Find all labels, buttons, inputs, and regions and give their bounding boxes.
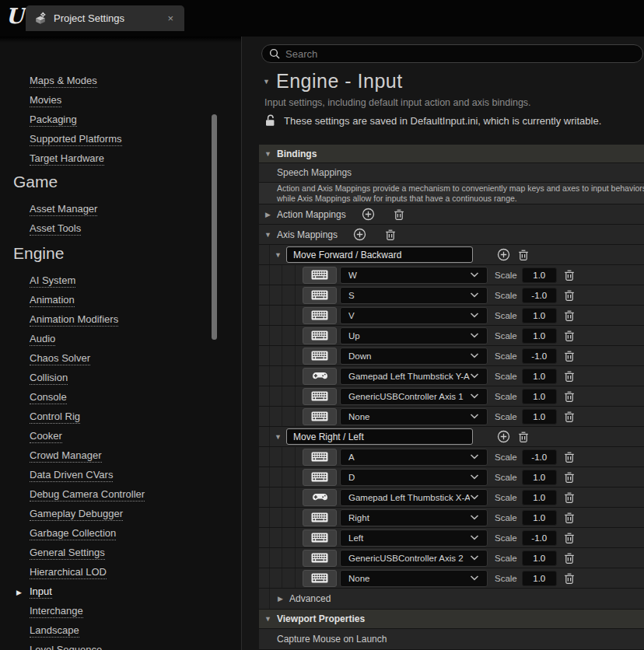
sidebar-item-collision[interactable]: ▶ Collision (30, 369, 68, 388)
key-select[interactable]: Down (340, 348, 488, 365)
key-select[interactable]: S (340, 287, 488, 304)
delete-binding-button[interactable] (564, 451, 575, 463)
expand-arrow-icon[interactable]: ▶ (277, 595, 284, 603)
scale-value-input[interactable]: 1.0 (522, 550, 557, 566)
action-mappings-row[interactable]: ▶ Action Mappings (259, 204, 644, 225)
sidebar-item-movies[interactable]: ▶ Movies (30, 91, 61, 110)
scale-value-input[interactable]: 1.0 (522, 490, 557, 505)
sidebar-item-supported-platforms[interactable]: ▶ Supported Platforms (30, 130, 122, 149)
scale-value-input[interactable]: 1.0 (522, 571, 557, 586)
delete-binding-button[interactable] (564, 411, 575, 423)
delete-binding-button[interactable] (564, 330, 575, 342)
tab-project-settings[interactable]: Project Settings × (26, 5, 184, 31)
keyboard-device-button[interactable] (303, 550, 337, 567)
sidebar-item-interchange[interactable]: ▶ Interchange (30, 602, 83, 621)
scale-value-input[interactable]: -1.0 (522, 288, 557, 303)
sidebar-item-animation[interactable]: ▶ Animation (30, 291, 75, 310)
sidebar-item-ai-system[interactable]: ▶ AI System (30, 271, 75, 291)
sidebar-item-cooker[interactable]: ▶ Cooker (30, 427, 62, 446)
sidebar-item-console[interactable]: ▶ Console (30, 388, 67, 407)
sidebar-item-debug-camera-controller[interactable]: ▶ Debug Camera Controller (30, 485, 145, 505)
scale-value-input[interactable]: 1.0 (522, 328, 557, 344)
keyboard-device-button[interactable] (303, 348, 337, 365)
gamepad-device-button[interactable] (303, 368, 337, 385)
expand-arrow-icon[interactable]: ▶ (264, 211, 271, 218)
key-select[interactable]: D (340, 469, 488, 486)
sidebar-item-garbage-collection[interactable]: ▶ Garbage Collection (30, 524, 116, 543)
add-mapping-button[interactable] (497, 248, 510, 261)
gamepad-device-button[interactable] (303, 489, 337, 506)
keyboard-device-button[interactable] (303, 570, 337, 587)
sidebar-item-landscape[interactable]: ▶ Landscape (30, 621, 79, 641)
delete-binding-button[interactable] (564, 512, 575, 524)
delete-binding-button[interactable] (564, 552, 575, 564)
section-collapse-icon[interactable]: ▼ (263, 78, 270, 86)
scale-value-input[interactable]: 1.0 (522, 308, 557, 323)
scale-value-input[interactable]: -1.0 (522, 449, 557, 465)
delete-binding-button[interactable] (564, 289, 575, 302)
tab-close-button[interactable]: × (164, 12, 177, 24)
keyboard-device-button[interactable] (303, 408, 337, 425)
sidebar-item-target-hardware[interactable]: ▶ Target Hardware (30, 149, 104, 169)
bindings-section-header[interactable]: ▼ Bindings (259, 145, 644, 163)
sidebar-item-asset-manager[interactable]: ▶ Asset Manager (30, 200, 97, 219)
scale-value-input[interactable]: -1.0 (522, 530, 557, 546)
keyboard-device-button[interactable] (303, 388, 337, 405)
key-select[interactable]: GenericUSBController Axis 2 (340, 550, 488, 567)
sidebar-item-input[interactable]: ▶ Input (30, 582, 52, 602)
sidebar-item-chaos-solver[interactable]: ▶ Chaos Solver (30, 349, 90, 369)
scale-value-input[interactable]: -1.0 (522, 348, 557, 364)
keyboard-device-button[interactable] (303, 307, 337, 324)
advanced-row[interactable]: ▶ Advanced (259, 589, 644, 610)
mapping-name-input[interactable] (286, 428, 473, 445)
keyboard-device-button[interactable] (303, 509, 337, 526)
delete-mapping-button[interactable] (518, 249, 529, 261)
scale-value-input[interactable]: 1.0 (522, 389, 557, 404)
keyboard-device-button[interactable] (303, 327, 337, 344)
sidebar-item-maps-modes[interactable]: ▶ Maps & Modes (30, 72, 97, 91)
key-select[interactable]: W (340, 267, 488, 284)
sidebar-item-hierarchical-lod[interactable]: ▶ Hierarchical LOD (30, 563, 107, 582)
delete-binding-button[interactable] (564, 572, 575, 585)
sidebar-item-audio[interactable]: ▶ Audio (30, 330, 55, 349)
scale-value-input[interactable]: 1.0 (522, 510, 557, 526)
expander-arrow-icon[interactable]: ▶ (16, 589, 22, 596)
sidebar-item-data-driven-cvars[interactable]: ▶ Data Driven CVars (30, 466, 113, 485)
collapse-arrow-icon[interactable]: ▼ (275, 251, 282, 259)
delete-binding-button[interactable] (564, 269, 575, 281)
delete-axis-mappings-button[interactable] (385, 229, 396, 241)
key-select[interactable]: Left (340, 529, 488, 547)
collapse-arrow-icon[interactable]: ▼ (275, 433, 282, 441)
delete-binding-button[interactable] (564, 532, 575, 544)
keyboard-device-button[interactable] (303, 529, 337, 547)
keyboard-device-button[interactable] (303, 469, 337, 486)
sidebar-item-general-settings[interactable]: ▶ General Settings (30, 543, 105, 563)
delete-binding-button[interactable] (564, 390, 575, 403)
scale-value-input[interactable]: 1.0 (522, 369, 557, 384)
mapping-name-input[interactable] (286, 246, 473, 263)
add-mapping-button[interactable] (497, 430, 510, 443)
collapse-arrow-icon[interactable]: ▼ (264, 231, 271, 239)
key-select[interactable]: Gamepad Left Thumbstick X-Axis (340, 489, 488, 506)
key-select[interactable]: None (340, 408, 488, 425)
viewport-properties-header[interactable]: ▼ Viewport Properties (259, 610, 644, 629)
search-input[interactable]: Search (261, 44, 643, 63)
keyboard-device-button[interactable] (303, 267, 337, 284)
key-select[interactable]: None (340, 570, 488, 587)
delete-binding-button[interactable] (564, 471, 575, 484)
scale-value-input[interactable]: 1.0 (522, 409, 557, 425)
sidebar-item-level-sequence[interactable]: ▶ Level Sequence (30, 641, 102, 650)
key-select[interactable]: V (340, 307, 488, 324)
keyboard-device-button[interactable] (303, 287, 337, 304)
axis-mappings-row[interactable]: ▼ Axis Mappings (259, 225, 644, 245)
delete-binding-button[interactable] (564, 350, 575, 362)
delete-binding-button[interactable] (564, 309, 575, 322)
sidebar-item-packaging[interactable]: ▶ Packaging (30, 110, 77, 130)
key-select[interactable]: Right (340, 509, 488, 526)
add-axis-mapping-button[interactable] (353, 228, 366, 241)
key-select[interactable]: GenericUSBController Axis 1 (340, 388, 488, 405)
key-select[interactable]: A (340, 449, 488, 466)
sidebar-item-animation-modifiers[interactable]: ▶ Animation Modifiers (30, 310, 118, 330)
sidebar-scrollbar[interactable] (212, 114, 217, 340)
scale-value-input[interactable]: 1.0 (522, 267, 557, 283)
